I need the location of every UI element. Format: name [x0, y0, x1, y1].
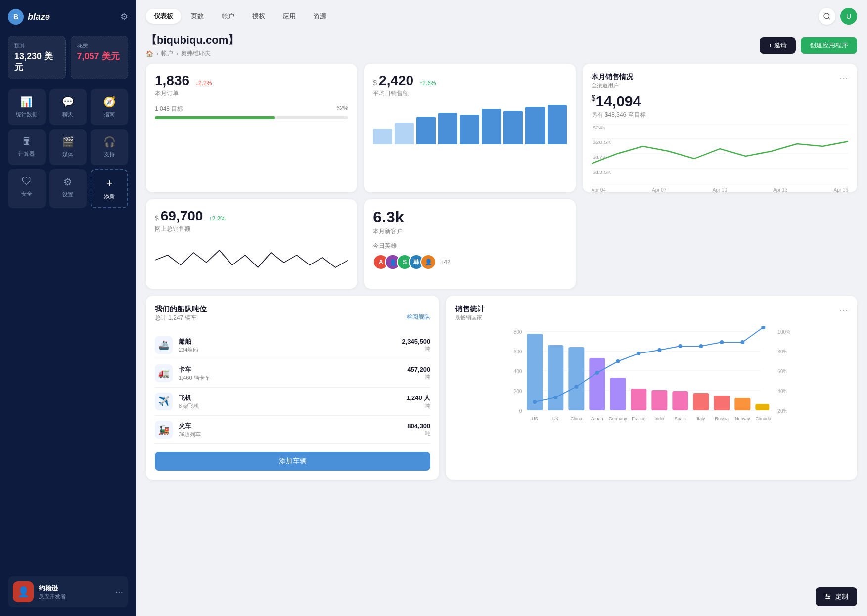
search-button[interactable] [819, 8, 835, 25]
total-sales-card: $ 69,700 ↑2.2% 网上总销售额 [146, 199, 357, 289]
line-dot-russia [720, 340, 724, 344]
monthly-sales-more[interactable]: ⋯ [839, 73, 848, 84]
train-unit: 吨 [407, 430, 430, 437]
settings-icon-top[interactable]: ⚙ [120, 11, 128, 22]
nav-label-add: 添新 [104, 193, 115, 200]
heroes-count: +42 [440, 259, 450, 265]
ship-icon: 🚢 [155, 336, 173, 354]
orders-progress-bar [155, 116, 348, 119]
monthly-sales-amount: 14,094 [592, 93, 848, 110]
svg-text:0: 0 [519, 408, 522, 414]
nav-item-media[interactable]: 🎬 媒体 [49, 129, 87, 165]
customize-button[interactable]: 定制 [816, 587, 857, 606]
fleet-item-train: 🚂 火车 36趟列车 804,300 吨 [155, 416, 430, 444]
tab-auth[interactable]: 授权 [244, 9, 273, 24]
bar-us [527, 334, 543, 410]
fleet-link[interactable]: 检阅舰队 [407, 313, 430, 321]
bar-5 [460, 115, 479, 144]
orders-number: 1,836 [155, 73, 189, 88]
plane-value: 1,240 人 吨 [406, 394, 430, 410]
sidebar: B blaze ⚙ 预算 13,230 美元 花费 7,057 美元 📊 统计数… [0, 0, 136, 616]
bar-3 [416, 117, 436, 144]
media-icon: 🎬 [62, 136, 74, 148]
top-nav: 仪表板 页数 帐户 授权 应用 资源 U [146, 8, 857, 25]
orders-change: ↓2.2% [195, 80, 212, 87]
nav-item-security[interactable]: 🛡 安全 [8, 169, 46, 208]
logo-area: B blaze [8, 9, 50, 25]
bar-9 [548, 105, 567, 144]
tab-pages[interactable]: 页数 [183, 9, 212, 24]
avg-sales-header: $ 2,420 ↑2.6% [373, 73, 566, 88]
ship-count: 234艘船 [179, 346, 198, 353]
nav-label-calc: 计算器 [18, 150, 35, 158]
svg-text:800: 800 [514, 329, 522, 335]
bar-6 [482, 109, 501, 144]
total-sales-wave [155, 240, 348, 280]
svg-text:👤: 👤 [389, 259, 397, 266]
fleet-sub: 总计 1,247 辆车 [155, 314, 207, 322]
invite-button[interactable]: + 邀请 [760, 37, 796, 54]
chat-icon: 💬 [62, 96, 74, 108]
bar-russia [714, 396, 730, 410]
nav-label-chat: 聊天 [62, 111, 73, 118]
nav-item-chat[interactable]: 💬 聊天 [49, 89, 87, 125]
line-dot-france [637, 352, 641, 355]
sales-stats-more[interactable]: ⋯ [839, 305, 848, 315]
line-dot-china [575, 385, 579, 389]
bar-spain [673, 391, 688, 410]
tab-resources[interactable]: 资源 [306, 9, 334, 24]
bar-8 [525, 107, 545, 144]
plane-name: 飞机 [179, 394, 199, 402]
total-sales-number: 69,700 [161, 208, 203, 224]
bar-japan [590, 358, 605, 410]
bar-uk [548, 345, 564, 410]
orders-target: 1,048 目标 [155, 105, 183, 113]
svg-text:200: 200 [514, 389, 522, 394]
tab-apps[interactable]: 应用 [275, 9, 304, 24]
breadcrumb: 🏠 › 帐户 › 奥弗维耶夫 [146, 49, 239, 58]
nav-item-calc[interactable]: 🖩 计算器 [8, 129, 46, 165]
svg-text:80%: 80% [778, 349, 788, 354]
heroes-avatars: A 👤 S 韩 👤 +42 [373, 254, 566, 270]
user-more-icon[interactable]: ⋯ [115, 587, 123, 597]
plane-icon: ✈️ [155, 393, 173, 410]
add-icon: + [106, 177, 113, 190]
customers-label: 本月新客户 [373, 227, 566, 236]
settings-icon: ⚙ [63, 176, 72, 188]
create-app-button[interactable]: 创建应用程序 [801, 37, 857, 54]
sales-chart-container: 800 600 400 200 0 [455, 326, 848, 435]
truck-name: 卡车 [179, 365, 210, 374]
monthly-sales-sub: 另有 $48,346 至目标 [592, 111, 848, 119]
monthly-chart-labels: Apr 04 Apr 07 Apr 10 Apr 13 Apr 16 [592, 187, 848, 193]
nav-item-add[interactable]: + 添新 [91, 169, 128, 208]
orders-pct: 62% [336, 105, 348, 113]
expense-label: 花费 [77, 42, 122, 49]
nav-item-settings[interactable]: ⚙ 设置 [49, 169, 87, 208]
nav-item-guide[interactable]: 🧭 指南 [91, 89, 128, 125]
add-vehicle-button[interactable]: 添加车辆 [155, 452, 430, 471]
sales-stats-sub: 最畅销国家 [455, 314, 485, 321]
ship-value: 2,345,500 吨 [402, 338, 430, 352]
train-amount: 804,300 [407, 422, 430, 430]
top-user-avatar[interactable]: U [840, 8, 857, 25]
svg-text:France: France [632, 416, 646, 421]
line-dot-germany [616, 359, 620, 363]
svg-point-0 [824, 13, 829, 19]
avg-sales-card: $ 2,420 ↑2.6% 平均日销售额 [364, 64, 575, 192]
bar-china [569, 347, 585, 410]
page-header: 【biqubiqu.com】 🏠 › 帐户 › 奥弗维耶夫 + 邀请 创建应用程… [146, 33, 857, 58]
sales-stats-card: 销售统计 最畅销国家 ⋯ 800 600 400 200 0 [446, 296, 857, 480]
nav-item-support[interactable]: 🎧 支持 [91, 129, 128, 165]
total-sales-header: $ 69,700 ↑2.2% [155, 208, 348, 224]
new-customers-card: 6.3k 本月新客户 今日英雄 A 👤 S 韩 👤 +42 [364, 199, 575, 289]
bar-france [631, 389, 647, 410]
train-icon: 🚂 [155, 421, 173, 439]
tab-account[interactable]: 帐户 [214, 9, 242, 24]
nav-label-security: 安全 [21, 190, 32, 198]
monthly-sales-header: 本月销售情况 全渠道用户 ⋯ [592, 73, 848, 89]
nav-item-stats[interactable]: 📊 统计数据 [8, 89, 46, 125]
budget-label: 预算 [14, 42, 59, 49]
svg-text:Spain: Spain [675, 416, 686, 421]
tab-dashboard[interactable]: 仪表板 [146, 9, 181, 24]
fleet-title: 我们的船队吨位 [155, 305, 207, 314]
